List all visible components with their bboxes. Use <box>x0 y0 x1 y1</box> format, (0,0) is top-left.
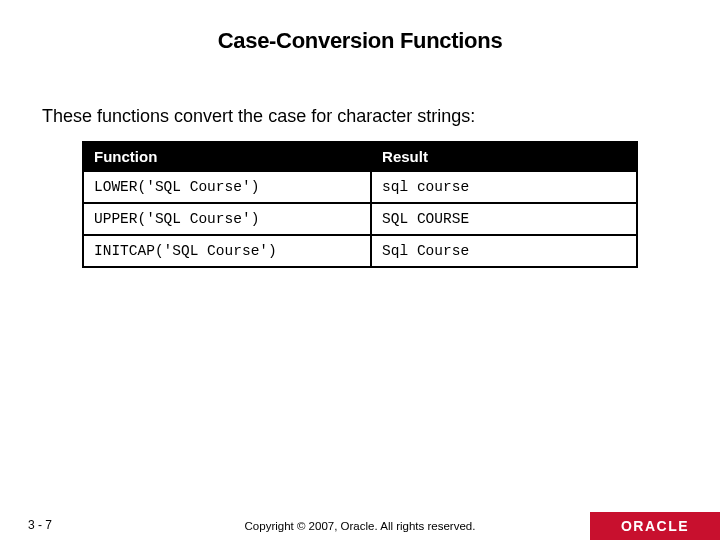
cell-result: Sql Course <box>371 235 637 267</box>
slide-title: Case-Conversion Functions <box>0 0 720 54</box>
table-row: LOWER('SQL Course') sql course <box>83 171 637 203</box>
table-header-row: Function Result <box>83 142 637 171</box>
cell-function: UPPER('SQL Course') <box>83 203 371 235</box>
cell-function: INITCAP('SQL Course') <box>83 235 371 267</box>
cell-result: SQL COURSE <box>371 203 637 235</box>
cell-result: sql course <box>371 171 637 203</box>
table-row: UPPER('SQL Course') SQL COURSE <box>83 203 637 235</box>
cell-function: LOWER('SQL Course') <box>83 171 371 203</box>
function-table: Function Result LOWER('SQL Course') sql … <box>82 141 638 268</box>
oracle-logo-icon: ORACLE <box>621 518 689 534</box>
col-header-function: Function <box>83 142 371 171</box>
brand-bar: ORACLE <box>590 512 720 540</box>
col-header-result: Result <box>371 142 637 171</box>
intro-text: These functions convert the case for cha… <box>0 54 720 127</box>
footer: 3 - 7 Copyright © 2007, Oracle. All righ… <box>0 504 720 540</box>
table-row: INITCAP('SQL Course') Sql Course <box>83 235 637 267</box>
